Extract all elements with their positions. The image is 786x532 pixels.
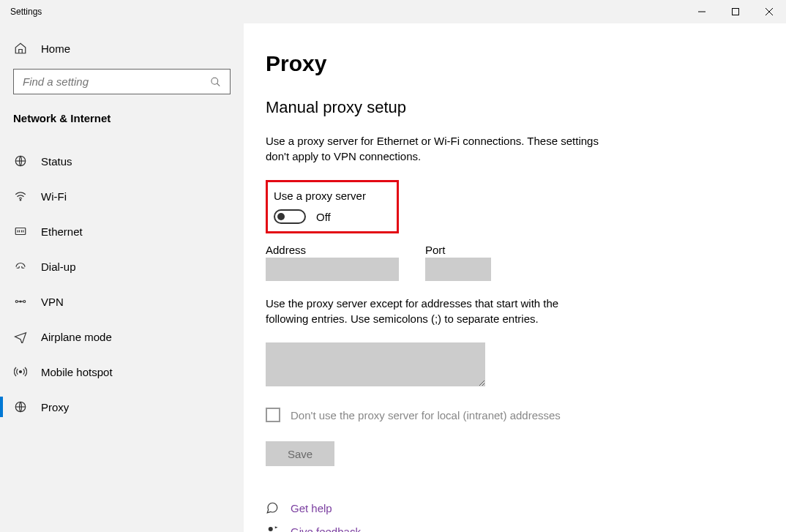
svg-point-9: [15, 301, 18, 303]
sidebar-item-hotspot[interactable]: Mobile hotspot: [9, 354, 235, 389]
svg-rect-8: [15, 228, 26, 235]
sidebar-item-label: VPN: [41, 296, 64, 308]
page-title: Proxy: [266, 51, 764, 76]
address-label: Address: [266, 244, 399, 256]
titlebar: Settings: [0, 0, 786, 23]
toggle-state-text: Off: [316, 211, 331, 223]
svg-point-7: [20, 200, 21, 201]
home-nav[interactable]: Home: [9, 37, 235, 66]
use-proxy-label: Use a proxy server: [274, 190, 366, 202]
use-proxy-toggle[interactable]: [274, 209, 306, 224]
dialup-icon: [13, 259, 28, 274]
sidebar-item-dialup[interactable]: Dial-up: [9, 249, 235, 284]
minimize-button[interactable]: [685, 0, 719, 23]
svg-rect-1: [733, 9, 739, 15]
svg-line-5: [217, 83, 220, 86]
minimize-icon: [698, 8, 705, 15]
sidebar-item-proxy[interactable]: Proxy: [9, 389, 235, 424]
sidebar-item-label: Airplane mode: [41, 331, 112, 343]
sidebar: Home Network & Internet Status Wi-Fi: [0, 23, 244, 532]
give-feedback-text: Give feedback: [291, 525, 361, 533]
highlight-annotation: Use a proxy server Off: [266, 180, 399, 233]
local-bypass-label: Don't use the proxy server for local (in…: [291, 409, 561, 422]
category-heading: Network & Internet: [9, 108, 235, 136]
home-icon: [13, 41, 28, 56]
window-controls: [685, 0, 786, 23]
sidebar-item-label: Mobile hotspot: [41, 366, 113, 378]
svg-point-4: [212, 78, 218, 84]
sidebar-item-label: Ethernet: [41, 225, 83, 238]
close-icon: [766, 8, 773, 15]
sidebar-item-label: Wi-Fi: [41, 190, 67, 203]
feedback-icon: [266, 525, 279, 532]
search-icon: [210, 76, 221, 88]
toggle-knob: [277, 213, 285, 220]
status-icon: [13, 154, 28, 168]
svg-point-14: [269, 527, 273, 531]
close-button[interactable]: [752, 0, 786, 23]
sidebar-item-ethernet[interactable]: Ethernet: [9, 214, 235, 249]
sidebar-item-status[interactable]: Status: [9, 143, 235, 179]
wifi-icon: [13, 189, 28, 203]
exceptions-input[interactable]: [266, 342, 485, 386]
give-feedback-link[interactable]: Give feedback: [266, 525, 764, 532]
get-help-text: Get help: [291, 502, 332, 514]
sidebar-item-label: Dial-up: [41, 261, 76, 273]
proxy-icon: [13, 400, 28, 414]
content: Proxy Manual proxy setup Use a proxy ser…: [244, 23, 786, 532]
maximize-button[interactable]: [719, 0, 752, 23]
maximize-icon: [732, 8, 739, 15]
svg-point-10: [23, 301, 26, 303]
address-input[interactable]: [266, 258, 399, 281]
hotspot-icon: [13, 364, 28, 379]
help-icon: [266, 501, 279, 514]
port-input[interactable]: [425, 258, 491, 281]
local-bypass-checkbox[interactable]: [266, 408, 280, 422]
window-title: Settings: [10, 7, 42, 17]
sidebar-item-label: Proxy: [41, 401, 69, 413]
sidebar-item-label: Status: [41, 155, 72, 168]
home-label: Home: [41, 42, 70, 55]
airplane-icon: [13, 329, 28, 344]
sidebar-item-airplane[interactable]: Airplane mode: [9, 319, 235, 354]
save-button[interactable]: Save: [266, 441, 334, 466]
vpn-icon: [13, 294, 28, 309]
port-label: Port: [425, 244, 491, 256]
search-input[interactable]: [23, 75, 210, 88]
sidebar-item-vpn[interactable]: VPN: [9, 284, 235, 319]
ethernet-icon: [13, 224, 28, 239]
proxy-description: Use a proxy server for Ethernet or Wi-Fi…: [266, 133, 602, 164]
search-box[interactable]: [13, 69, 231, 94]
sidebar-item-wifi[interactable]: Wi-Fi: [9, 179, 235, 214]
get-help-link[interactable]: Get help: [266, 501, 764, 514]
section-title: Manual proxy setup: [266, 98, 764, 117]
nav-list: Status Wi-Fi Ethernet Dial-up: [9, 143, 235, 424]
svg-point-12: [20, 371, 22, 373]
svg-point-11: [20, 301, 21, 302]
exceptions-description: Use the proxy server except for addresse…: [266, 296, 602, 326]
